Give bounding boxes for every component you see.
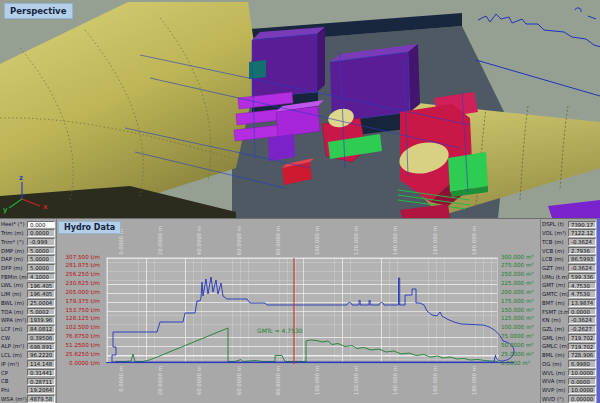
- table-row: FSMT (t.m) 0.0000: [541, 307, 597, 316]
- value-field[interactable]: 196.405: [27, 282, 55, 290]
- y-tick-label: 50.0000 m³: [501, 341, 543, 350]
- table-row: CW 0.39506: [0, 333, 56, 342]
- area-curve-green: [115, 328, 498, 362]
- value-field[interactable]: 599.336: [568, 273, 596, 281]
- value-field[interactable]: 6.9980: [568, 360, 596, 368]
- value-field[interactable]: 5.0000: [27, 264, 55, 272]
- table-row: BMT (m) 13.9874: [541, 298, 597, 307]
- table-row: Trim* (°) -0.999: [0, 237, 56, 246]
- value-field[interactable]: -0.999: [27, 238, 55, 246]
- value-field[interactable]: -0.3624: [568, 264, 596, 272]
- value-field[interactable]: 7122.12: [568, 229, 596, 237]
- value-field[interactable]: 0.39506: [27, 334, 55, 342]
- value-field[interactable]: 10.0000: [568, 386, 596, 394]
- y-tick-label: 175.000 m³: [501, 297, 543, 306]
- value-field[interactable]: 4.7530: [568, 282, 596, 290]
- value-field[interactable]: 5.0000: [27, 247, 55, 255]
- value-label: LIM (m): [1, 291, 27, 297]
- value-label: WVL (m): [542, 370, 568, 376]
- 3d-viewport[interactable]: z x y Perspective: [0, 0, 600, 218]
- value-field[interactable]: 114.148: [27, 360, 55, 368]
- x-tick-label: 180.000 m: [470, 366, 478, 395]
- value-field[interactable]: 7390.17: [568, 221, 596, 229]
- value-field[interactable]: -0.3624: [568, 238, 596, 246]
- y-tick-label: 307.500 t/m: [56, 253, 103, 262]
- value-field[interactable]: 0.0000: [568, 378, 596, 386]
- value-field[interactable]: 698.891: [27, 343, 55, 351]
- table-row: GMLC (m) 719.702: [541, 342, 597, 351]
- hydro-plot-canvas: [107, 258, 499, 364]
- x-tick-label: 160.000 m: [431, 366, 439, 395]
- value-label: ALP (m²): [1, 343, 27, 349]
- table-row: GML (m) 719.702: [541, 333, 597, 342]
- value-field[interactable]: 25.0004: [27, 299, 55, 307]
- value-label: GZT (m): [542, 265, 568, 271]
- value-field[interactable]: 0.0000: [27, 229, 55, 237]
- x-tick-label: 80.0000 m: [274, 366, 282, 395]
- y-tick-label: 25.6250 t/m: [56, 350, 103, 359]
- value-field[interactable]: 0.0000: [568, 308, 596, 316]
- value-field[interactable]: -0.3624: [568, 316, 596, 324]
- value-label: BMT (m): [542, 300, 568, 306]
- table-row: Heel* (°) 0.000: [0, 220, 56, 229]
- value-label: DFP (m): [1, 265, 27, 271]
- value-field[interactable]: 5.0000: [27, 255, 55, 263]
- table-row: BML (m) 728.906: [541, 351, 597, 360]
- table-row: BWL (m) 25.0004: [0, 298, 56, 307]
- x-tick-label: 120.000 m: [352, 366, 360, 395]
- value-field[interactable]: 19.20643: [27, 386, 55, 394]
- x-tick-label: 140.000 m: [391, 366, 399, 395]
- value-field[interactable]: 1939.96: [27, 316, 55, 324]
- value-field[interactable]: 4.1000: [27, 273, 55, 281]
- table-row: GZL (m) -0.2627: [541, 325, 597, 334]
- value-field[interactable]: 13.9874: [568, 299, 596, 307]
- value-label: FBMin (m): [1, 274, 27, 280]
- x-tick-label: 20.0000 m: [156, 226, 164, 255]
- value-field[interactable]: 196.405: [27, 290, 55, 298]
- x-tick-label: 120.000 m: [352, 226, 360, 255]
- y-tick-label: 256.250 t/m: [56, 270, 103, 279]
- value-field[interactable]: 0.00000: [568, 395, 596, 403]
- value-field[interactable]: 728.906: [568, 351, 596, 359]
- value-field[interactable]: 0.000: [27, 221, 55, 229]
- value-field[interactable]: 719.702: [568, 343, 596, 351]
- table-row: LCB (m) 86.5993: [541, 255, 597, 264]
- value-field[interactable]: 719.702: [568, 334, 596, 342]
- table-row: CB 0.28711: [0, 377, 56, 386]
- y-tick-label: 300.000 m³: [501, 253, 543, 262]
- value-field[interactable]: 0.31441: [27, 369, 55, 377]
- y-tick-label: 205.000 t/m: [56, 288, 103, 297]
- value-field[interactable]: -0.2627: [568, 325, 596, 333]
- y-tick-label: 125.000 m³: [501, 314, 543, 323]
- value-field[interactable]: 4879.58: [27, 395, 55, 403]
- value-field[interactable]: 0.28711: [27, 378, 55, 386]
- value-field[interactable]: 10.0000: [568, 369, 596, 377]
- value-label: TOA (m): [1, 309, 27, 315]
- value-field[interactable]: 5.0002: [27, 308, 55, 316]
- y-tick-label: 0.0000 t/m: [56, 359, 103, 368]
- ship-profile: [112, 277, 514, 362]
- value-field[interactable]: 2.7936: [568, 247, 596, 255]
- value-label: OG (m): [542, 361, 568, 367]
- value-field[interactable]: 96.2220: [27, 351, 55, 359]
- value-label: GZL (m): [542, 326, 568, 332]
- table-row: OG (m) 6.9980: [541, 360, 597, 369]
- value-field[interactable]: 4.7530: [568, 290, 596, 298]
- value-label: LCL (m): [1, 352, 27, 358]
- value-label: Trim* (°): [1, 239, 27, 245]
- table-row: GMTC (m) 4.7530: [541, 290, 597, 299]
- value-field[interactable]: 84.0812: [27, 325, 55, 333]
- value-label: VCB (m): [542, 248, 568, 254]
- value-field[interactable]: 86.5993: [568, 255, 596, 263]
- value-label: TCB (m): [542, 239, 568, 245]
- y-tick-label: 200.000 m³: [501, 288, 543, 297]
- table-row: GZT (m) -0.3624: [541, 264, 597, 273]
- table-row: GMT (m) 4.7530: [541, 281, 597, 290]
- value-label: WVA (m): [542, 378, 568, 384]
- y-tick-label: 75.0000 m³: [501, 332, 543, 341]
- table-row: Phi 19.20643: [0, 386, 56, 395]
- y-axis-right: 300.000 m³275.000 m³250.000 m³225.000 m³…: [501, 253, 543, 368]
- axis-x-label: x: [43, 203, 48, 211]
- hydro-plot: [106, 257, 498, 363]
- y-tick-label: 102.500 t/m: [56, 323, 103, 332]
